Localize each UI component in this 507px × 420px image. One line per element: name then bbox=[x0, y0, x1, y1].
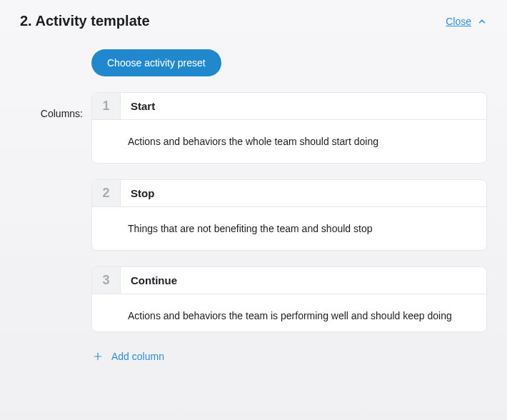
column-description: Actions and behaviors the whole team sho… bbox=[92, 120, 486, 163]
close-button[interactable]: Close bbox=[446, 16, 487, 27]
column-card[interactable]: 3 Continue Actions and behaviors the tea… bbox=[91, 266, 487, 332]
column-card-header: 2 Stop bbox=[92, 180, 486, 207]
content-row: Columns: Choose activity preset 1 Start … bbox=[20, 49, 487, 362]
chevron-up-icon bbox=[477, 16, 487, 26]
column-card-header: 3 Continue bbox=[92, 267, 486, 294]
add-column-button[interactable]: Add column bbox=[91, 351, 487, 362]
main-column: Choose activity preset 1 Start Actions a… bbox=[91, 49, 487, 362]
column-title: Continue bbox=[121, 267, 486, 294]
plus-icon bbox=[93, 351, 103, 361]
close-label: Close bbox=[446, 16, 471, 27]
column-title: Start bbox=[121, 93, 486, 119]
columns-list: 1 Start Actions and behaviors the whole … bbox=[91, 92, 487, 332]
column-description: Things that are not benefiting the team … bbox=[92, 207, 486, 250]
column-card-header: 1 Start bbox=[92, 93, 486, 120]
add-column-label: Add column bbox=[111, 351, 164, 362]
column-title: Stop bbox=[121, 180, 486, 206]
section-title: 2. Activity template bbox=[20, 13, 150, 29]
activity-template-section: 2. Activity template Close Columns: Choo… bbox=[0, 0, 507, 376]
column-card[interactable]: 2 Stop Things that are not benefiting th… bbox=[91, 179, 487, 251]
section-header: 2. Activity template Close bbox=[20, 13, 487, 29]
column-number: 3 bbox=[92, 267, 121, 294]
column-description: Actions and behaviors the team is perfor… bbox=[92, 294, 486, 331]
columns-label: Columns: bbox=[20, 49, 83, 362]
choose-preset-button[interactable]: Choose activity preset bbox=[91, 49, 221, 76]
column-number: 1 bbox=[92, 93, 121, 119]
column-number: 2 bbox=[92, 180, 121, 206]
column-card[interactable]: 1 Start Actions and behaviors the whole … bbox=[91, 92, 487, 164]
